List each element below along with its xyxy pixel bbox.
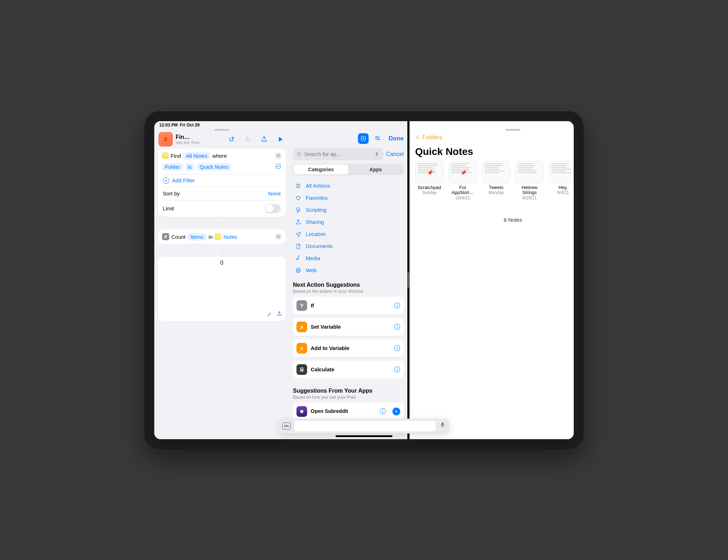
note-card[interactable]: 📌ScratchpadSunday (415, 161, 444, 201)
find-where: where (212, 153, 227, 159)
info-icon[interactable]: ⓘ (394, 301, 400, 310)
note-title: Scratchpad (414, 185, 444, 190)
note-title: For AppStori… (448, 185, 478, 196)
info-icon[interactable]: ⓘ (394, 344, 400, 352)
run-button[interactable] (276, 135, 285, 144)
count-icon: # (162, 233, 169, 240)
pin-icon: 📌 (460, 170, 466, 176)
suggestion-open-subreddit[interactable]: Open Subreddit ⓘ + (293, 403, 404, 420)
dictation-button[interactable] (439, 422, 446, 430)
done-button[interactable]: Done (389, 135, 404, 142)
svg-rect-31 (442, 422, 444, 425)
note-title: Tweets (481, 185, 511, 190)
keyboard-candidate-bar[interactable] (294, 421, 436, 431)
expand-result-icon[interactable]: ⤢ (267, 311, 272, 318)
count-action[interactable]: # Count Items in Notes ✕ (158, 230, 286, 244)
info-icon[interactable]: ⓘ (394, 323, 400, 331)
find-verb: Find (171, 153, 181, 159)
status-bar-left: 12:03 PM Fri Oct 29 (154, 121, 289, 128)
svg-point-22 (301, 370, 302, 371)
svg-point-9 (298, 152, 300, 155)
share-result-icon[interactable] (277, 311, 282, 318)
status-date: Fri Oct 29 (180, 123, 199, 128)
note-date: Sunday (422, 190, 437, 195)
result-card: 0 ⤢ (158, 257, 286, 321)
dictate-icon[interactable] (374, 151, 380, 157)
note-card[interactable]: 📌For AppStori…10/4/21 (449, 161, 477, 201)
shortcut-icon[interactable] (159, 132, 173, 146)
count-source[interactable]: Notes (223, 234, 237, 240)
svg-point-20 (302, 369, 303, 370)
app-suggestions-sub: Based on how you use your iPad. (293, 395, 404, 400)
category-media[interactable]: Media (293, 253, 404, 264)
clear-action-icon[interactable]: ✕ (275, 233, 282, 240)
back-to-folders-button[interactable]: Folders (414, 134, 443, 141)
find-notes-action[interactable]: Find All Notes where ✕ Folder is Quick N… (158, 149, 286, 217)
filter-settings-button[interactable] (372, 133, 383, 144)
find-scope[interactable]: All Notes (183, 152, 210, 160)
sort-by-row[interactable]: Sort by None (158, 187, 286, 200)
filter-op[interactable]: is (185, 163, 195, 171)
svg-point-6 (376, 136, 377, 138)
count-in: in (209, 234, 213, 240)
category-documents[interactable]: Documents (293, 241, 404, 252)
keyboard-toolbar[interactable]: EN (279, 419, 449, 434)
status-time: 12:03 PM (159, 123, 178, 128)
undo-button[interactable]: ↺ (227, 135, 236, 144)
category-web[interactable]: Web (293, 265, 404, 276)
shortcuts-app: 12:03 PM Fri Oct 29 Fin… Hey Siri, Find… (154, 121, 407, 439)
shortcut-title: Fin… (176, 134, 203, 140)
suggestion-calculate[interactable]: Calculate ⓘ (293, 361, 404, 378)
share-button[interactable] (259, 135, 269, 144)
window-grabber[interactable] (505, 129, 520, 131)
cancel-search-button[interactable]: Cancel (386, 151, 404, 157)
suggestion-if[interactable]: Y If ⓘ (293, 297, 404, 314)
svg-rect-11 (376, 152, 378, 155)
note-card[interactable]: Hey,9/4/21 (549, 161, 574, 201)
suggestion-add-to-variable[interactable]: x Add to Variable ⓘ (293, 339, 404, 357)
category-favorites[interactable]: Favorites (293, 192, 404, 204)
window-grabber[interactable] (214, 129, 229, 131)
segment-categories[interactable]: Categories (294, 165, 348, 174)
category-scripting[interactable]: Scripting (293, 204, 404, 216)
shortcut-title-block[interactable]: Fin… Hey Siri, Find… (176, 134, 203, 145)
actions-library: Done Cancel Categories Apps (289, 121, 407, 439)
action-connector (158, 248, 286, 253)
search-input[interactable] (304, 151, 372, 157)
category-sharing[interactable]: Sharing (293, 216, 404, 228)
note-thumbnail (515, 161, 544, 183)
branch-icon: Y (296, 300, 307, 311)
category-all-actions[interactable]: All Actions (293, 180, 404, 192)
notes-count: 6 Notes (410, 217, 574, 223)
count-items[interactable]: Items (188, 233, 207, 241)
filter-value[interactable]: Quick Notes (197, 163, 231, 171)
action-connector (158, 221, 286, 225)
category-location[interactable]: Location (293, 228, 404, 240)
note-card[interactable]: TweetsMonday (482, 161, 510, 201)
library-segment[interactable]: Categories Apps (293, 164, 404, 175)
home-indicator[interactable] (336, 435, 392, 437)
segment-apps[interactable]: Apps (348, 165, 403, 174)
note-card[interactable]: Hebrew Strings9/28/21 (515, 161, 544, 201)
limit-toggle[interactable] (265, 204, 281, 213)
search-row: Cancel (293, 148, 404, 160)
status-bar-right: ▮▮▯ ➤ (410, 121, 574, 128)
suggestion-set-variable[interactable]: x Set Variable ⓘ (293, 318, 404, 336)
quick-add-icon[interactable]: + (392, 408, 400, 415)
note-date: Monday (488, 190, 504, 195)
svg-line-10 (300, 155, 301, 156)
chevron-left-icon (414, 134, 421, 141)
info-icon[interactable]: ⓘ (394, 365, 400, 374)
add-filter-button[interactable]: + Add Filter (158, 174, 286, 187)
calculator-icon (296, 364, 307, 375)
clear-action-icon[interactable]: ✕ (275, 152, 282, 159)
info-icon[interactable]: ⓘ (380, 407, 386, 416)
filter-field[interactable]: Folder (162, 163, 183, 171)
variable-icon: x (296, 322, 307, 332)
remove-filter-icon[interactable] (275, 163, 282, 169)
search-field[interactable] (293, 148, 383, 160)
category-list: All Actions Favorites Scripting Sharing … (293, 180, 404, 276)
add-action-button[interactable] (358, 133, 369, 144)
keyboard-language-button[interactable]: EN (282, 422, 291, 430)
split-view-handle[interactable] (407, 121, 410, 439)
